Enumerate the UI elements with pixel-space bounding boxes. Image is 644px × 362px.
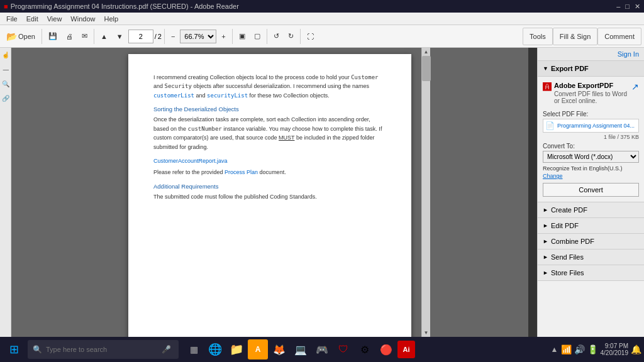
- scroll-up-arrow[interactable]: ▲: [423, 48, 430, 56]
- folder-icon: 📂: [6, 31, 17, 41]
- convert-to-label: Convert To:: [543, 143, 639, 150]
- scroll-down-arrow[interactable]: ▼: [423, 329, 430, 337]
- clock[interactable]: 9:07 PM 4/20/2019: [601, 343, 629, 356]
- scroll-thumb[interactable]: [422, 56, 431, 81]
- toolbar-separator-3: [164, 29, 165, 44]
- start-button[interactable]: ⊞: [3, 338, 25, 361]
- select-tool-icon[interactable]: ⸻: [1, 65, 10, 74]
- combine-pdf-section[interactable]: ► Combine PDF: [538, 234, 644, 250]
- vertical-scrollbar[interactable]: ▲ ▼: [421, 48, 430, 337]
- steam-app[interactable]: 💻: [291, 339, 311, 359]
- rotate-left-button[interactable]: ↺: [270, 28, 283, 45]
- edit-pdf-label: Edit PDF: [551, 222, 579, 229]
- amazon-app[interactable]: A: [248, 339, 268, 359]
- rotate-right-button[interactable]: ↻: [284, 28, 297, 45]
- security-app[interactable]: 🛡: [333, 339, 353, 359]
- zoom-out-button[interactable]: −: [167, 28, 179, 45]
- page-number-input[interactable]: [128, 30, 153, 43]
- additional-req-text: The submitted code must follow the publi…: [153, 192, 386, 201]
- report-link[interactable]: CustomerAccountReport.java: [153, 158, 228, 164]
- notifications-icon[interactable]: 🔔: [631, 344, 641, 354]
- send-files-section[interactable]: ► Send Files: [538, 250, 644, 265]
- explorer-app[interactable]: 📁: [226, 339, 247, 359]
- windows-icon: ⊞: [9, 343, 19, 356]
- adobe-app[interactable]: Ai: [397, 341, 415, 358]
- maximize-button[interactable]: □: [625, 3, 630, 11]
- open-button[interactable]: 📂 Open: [3, 28, 39, 45]
- signin-area: Sign In: [538, 48, 644, 61]
- network-icon[interactable]: 📶: [561, 344, 572, 354]
- menu-edit[interactable]: Edit: [23, 14, 42, 24]
- antivirus-app[interactable]: 🔴: [376, 339, 396, 359]
- microphone-icon[interactable]: 🎤: [162, 345, 171, 354]
- menu-help[interactable]: Help: [100, 14, 122, 24]
- edge-app[interactable]: 🌐: [205, 339, 225, 359]
- search-bar[interactable]: 🔍 🎤: [28, 340, 179, 359]
- left-sidebar: ☝ ⸻ 🔍 🔗: [0, 48, 11, 337]
- next-page-button[interactable]: ▼: [113, 28, 127, 45]
- convert-to-select[interactable]: Microsoft Word (*.docx): [543, 151, 639, 163]
- print-button[interactable]: 🖨: [62, 28, 77, 45]
- fill-sign-button[interactable]: Fill & Sign: [553, 28, 598, 45]
- time-display: 9:07 PM: [601, 343, 629, 349]
- tools-button[interactable]: Tools: [523, 28, 553, 45]
- show-hidden-icons[interactable]: ▲: [551, 345, 558, 354]
- menu-bar: File Edit View Window Help: [0, 13, 644, 25]
- link-icon[interactable]: 🔗: [1, 94, 11, 103]
- game-app[interactable]: 🎮: [312, 339, 332, 359]
- search-icon: 🔍: [33, 345, 42, 354]
- store-files-section[interactable]: ► Store Files: [538, 265, 644, 281]
- fullscreen-button[interactable]: ⛶: [303, 28, 318, 45]
- menu-window[interactable]: Window: [67, 14, 99, 24]
- combine-pdf-label: Combine PDF: [551, 238, 594, 245]
- prev-page-button[interactable]: ▲: [97, 28, 111, 45]
- toolbar-separator-6: [300, 29, 301, 44]
- comment-button[interactable]: Comment: [597, 28, 641, 45]
- edit-pdf-arrow-icon: ►: [543, 222, 548, 229]
- taskbar: ⊞ 🔍 🎤 ▦ 🌐 📁 A 🦊 💻 🎮 🛡 ⚙ 🔴 Ai ▲ 📶 🔊 🔋 9:0…: [0, 337, 644, 362]
- window-title: ■ Programming Assignment 04 Instructions…: [4, 3, 239, 10]
- create-pdf-label: Create PDF: [551, 206, 587, 214]
- create-pdf-section[interactable]: ► Create PDF: [538, 202, 644, 218]
- app-icon: ■: [4, 3, 8, 10]
- fit-width-button[interactable]: ▢: [250, 28, 264, 45]
- task-view-button[interactable]: ▦: [184, 339, 204, 359]
- search-input[interactable]: [46, 346, 159, 353]
- signin-link[interactable]: Sign In: [618, 50, 639, 58]
- pdf-file-icon: 📄: [545, 121, 555, 130]
- save-button[interactable]: 💾: [45, 28, 61, 45]
- sorting-section-title: Sorting the Deserialized Objects: [153, 105, 386, 114]
- scroll-track[interactable]: [422, 56, 430, 329]
- toolbar-separator-5: [267, 29, 267, 44]
- convert-button[interactable]: Convert: [543, 183, 639, 197]
- battery-icon[interactable]: 🔋: [587, 344, 598, 354]
- fit-page-button[interactable]: ▣: [235, 28, 249, 45]
- recognize-text: Recognize Text in English(U.S.): [543, 165, 639, 172]
- zoom-in-button[interactable]: +: [218, 28, 229, 45]
- firefox-app[interactable]: 🦊: [269, 339, 289, 359]
- change-link[interactable]: Change: [543, 173, 563, 179]
- print-icon: 🖨: [66, 33, 73, 40]
- store-files-label: Store Files: [551, 269, 584, 277]
- close-button[interactable]: ✕: [635, 3, 640, 11]
- additional-req-title: Additional Requirements: [153, 182, 386, 191]
- volume-icon[interactable]: 🔊: [574, 344, 585, 354]
- combine-pdf-arrow-icon: ►: [543, 238, 548, 244]
- hand-tool-icon[interactable]: ☝: [1, 50, 11, 60]
- settings-app[interactable]: ⚙: [355, 339, 375, 359]
- edit-pdf-section[interactable]: ► Edit PDF: [538, 218, 644, 234]
- taskbar-apps: ▦ 🌐 📁 A 🦊 💻 🎮 🛡 ⚙ 🔴 Ai: [184, 339, 415, 359]
- menu-view[interactable]: View: [43, 14, 66, 24]
- export-pdf-header[interactable]: ▼ Export PDF: [538, 61, 644, 77]
- window-controls[interactable]: – □ ✕: [616, 3, 640, 11]
- pdf-area[interactable]: I recommend creating Collection objects …: [11, 48, 528, 337]
- pdf-page: I recommend creating Collection objects …: [128, 54, 411, 337]
- select-pdf-label: Select PDF File:: [543, 111, 639, 118]
- minimize-button[interactable]: –: [616, 3, 620, 11]
- menu-file[interactable]: File: [3, 14, 21, 24]
- adobe-export-desc: Convert PDF files to Word or Excel onlin…: [554, 90, 631, 104]
- zoom-tool-icon[interactable]: 🔍: [1, 79, 11, 89]
- zoom-select[interactable]: 66.7%: [180, 30, 216, 43]
- adobe-export-link-icon[interactable]: ↗: [631, 82, 639, 92]
- email-button[interactable]: ✉: [78, 28, 91, 45]
